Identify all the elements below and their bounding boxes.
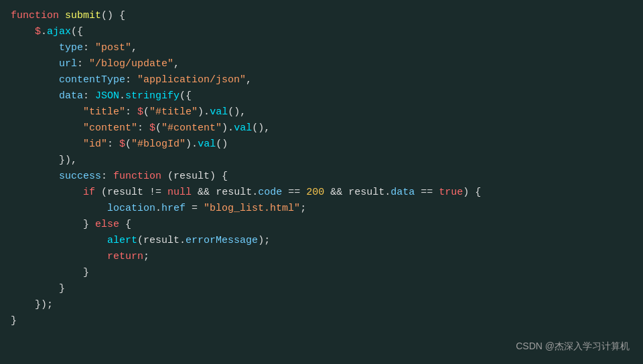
code-line-14: } else { bbox=[11, 217, 632, 233]
code-line-17: } bbox=[11, 265, 632, 281]
code-line-15: alert(result.errorMessage); bbox=[11, 233, 632, 249]
watermark: CSDN @杰深入学习计算机 bbox=[516, 339, 630, 353]
code-line-9: "id": $("#blogId").val() bbox=[11, 136, 632, 153]
code-line-1: function submit() { bbox=[11, 8, 632, 24]
code-line-20: } bbox=[11, 313, 632, 329]
code-line-12: if (result != null && result.code == 200… bbox=[11, 185, 632, 201]
code-line-13: location.href = "blog_list.html"; bbox=[11, 201, 632, 217]
code-line-5: contentType: "application/json", bbox=[11, 72, 632, 88]
code-line-7: "title": $("#title").val(), bbox=[11, 104, 632, 120]
code-editor: function submit() { $.ajax({ type: "post… bbox=[0, 0, 643, 364]
code-content: function submit() { $.ajax({ type: "post… bbox=[11, 8, 632, 329]
code-line-4: url: "/blog/update", bbox=[11, 56, 632, 72]
code-line-3: type: "post", bbox=[11, 40, 632, 56]
code-line-11: success: function (result) { bbox=[11, 169, 632, 185]
code-line-6: data: JSON.stringify({ bbox=[11, 88, 632, 104]
code-line-10: }), bbox=[11, 153, 632, 169]
code-line-18: } bbox=[11, 281, 632, 297]
code-line-2: $.ajax({ bbox=[11, 24, 632, 40]
code-line-19: }); bbox=[11, 297, 632, 313]
code-line-16: return; bbox=[11, 249, 632, 265]
code-line-8: "content": $("#content").val(), bbox=[11, 120, 632, 136]
